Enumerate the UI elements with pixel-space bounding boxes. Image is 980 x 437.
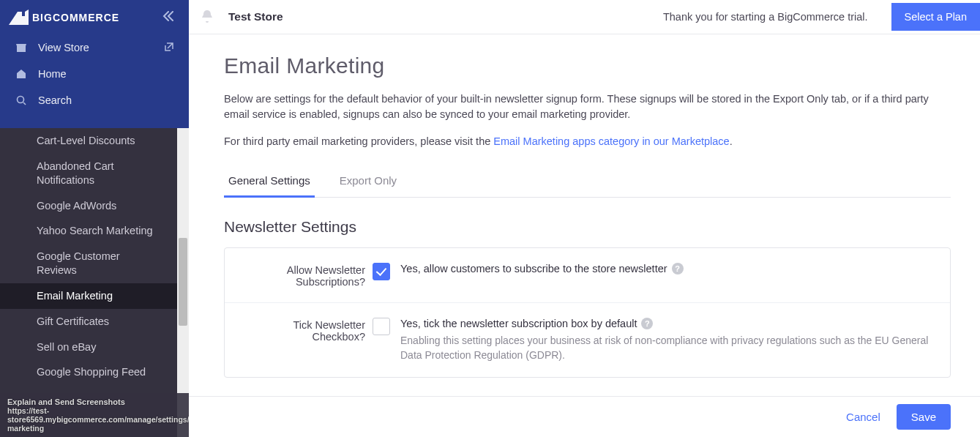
field-text: Yes, allow customers to subscribe to the… bbox=[400, 263, 667, 274]
sidebar-item[interactable]: Google Shopping Feed bbox=[0, 359, 177, 385]
field-label: Allow Newsletter Subscriptions? bbox=[245, 263, 365, 288]
field-description: Enabling this setting places your busine… bbox=[400, 334, 929, 362]
home-icon bbox=[15, 68, 28, 80]
storefront-icon bbox=[15, 42, 28, 53]
search-input[interactable] bbox=[38, 94, 155, 106]
field-tick-checkbox: Tick Newsletter Checkbox? Yes, tick the … bbox=[225, 302, 950, 377]
overlay-line1: Explain and Send Screenshots bbox=[7, 397, 182, 406]
tab-general-settings[interactable]: General Settings bbox=[224, 167, 315, 198]
sidebar-header: BIGCOMMERCE View Store Home bbox=[0, 0, 189, 128]
intro-paragraph-1: Below are settings for the default behav… bbox=[224, 91, 951, 122]
svg-point-0 bbox=[18, 97, 24, 103]
chevron-double-left-icon bbox=[162, 11, 174, 21]
overlay-tooltip: Explain and Send Screenshots https://tes… bbox=[0, 393, 189, 437]
field-label: Tick Newsletter Checkbox? bbox=[245, 318, 365, 362]
secondary-nav: Cart-Level DiscountsAbandoned Cart Notif… bbox=[0, 128, 177, 385]
sidebar: BIGCOMMERCE View Store Home Cart-L bbox=[0, 0, 189, 437]
store-name: Test Store bbox=[228, 10, 283, 23]
allow-subscriptions-checkbox[interactable] bbox=[373, 263, 390, 280]
marketplace-link[interactable]: Email Marketing apps category in our Mar… bbox=[493, 135, 729, 147]
scrollbar-thumb[interactable] bbox=[179, 238, 187, 326]
sidebar-scroll: Cart-Level DiscountsAbandoned Cart Notif… bbox=[0, 128, 189, 437]
section-title: Newsletter Settings bbox=[224, 218, 951, 236]
primary-nav: View Store Home bbox=[0, 34, 189, 113]
sidebar-item[interactable]: Cart-Level Discounts bbox=[0, 128, 177, 154]
brand-logo[interactable]: BIGCOMMERCE bbox=[9, 10, 119, 26]
topbar: Test Store Thank you for starting a BigC… bbox=[189, 0, 980, 34]
intro-paragraph-2: For third party email marketing provider… bbox=[224, 134, 951, 149]
newsletter-settings-panel: Allow Newsletter Subscriptions? Yes, all… bbox=[224, 247, 951, 378]
sidebar-item[interactable]: Abandoned Cart Notifications bbox=[0, 154, 177, 193]
field-allow-subscriptions: Allow Newsletter Subscriptions? Yes, all… bbox=[225, 248, 950, 302]
external-link-icon bbox=[164, 42, 174, 54]
content: Email Marketing Below are settings for t… bbox=[189, 34, 980, 437]
cancel-button[interactable]: Cancel bbox=[846, 411, 880, 423]
tab-export-only[interactable]: Export Only bbox=[335, 167, 401, 197]
nav-home[interactable]: Home bbox=[0, 61, 189, 87]
logo-row: BIGCOMMERCE bbox=[0, 0, 189, 34]
sidebar-item[interactable]: Email Marketing bbox=[0, 283, 177, 309]
footer-bar: Cancel Save bbox=[189, 396, 980, 437]
page-title: Email Marketing bbox=[224, 53, 951, 78]
sidebar-item[interactable]: Gift Certificates bbox=[0, 309, 177, 335]
help-icon[interactable]: ? bbox=[641, 318, 653, 329]
overlay-line2: https://test-store6569.mybigcommerce.com… bbox=[7, 406, 182, 433]
tick-newsletter-checkbox[interactable] bbox=[373, 318, 390, 335]
help-icon[interactable]: ? bbox=[672, 263, 684, 274]
intro2-suffix: . bbox=[730, 135, 733, 147]
collapse-sidebar-button[interactable] bbox=[162, 11, 174, 23]
scrollbar-track[interactable] bbox=[177, 128, 189, 437]
intro2-prefix: For third party email marketing provider… bbox=[224, 135, 493, 147]
nav-search[interactable] bbox=[0, 87, 189, 113]
tabs: General Settings Export Only bbox=[224, 167, 951, 198]
bigcommerce-logo-icon bbox=[9, 10, 29, 26]
sidebar-item[interactable]: Sell on eBay bbox=[0, 335, 177, 360]
nav-view-store[interactable]: View Store bbox=[0, 34, 189, 61]
search-icon bbox=[15, 94, 28, 106]
sidebar-item[interactable]: Google AdWords bbox=[0, 193, 177, 219]
nav-label: Home bbox=[38, 68, 67, 80]
sidebar-item[interactable]: Google Customer Reviews bbox=[0, 244, 177, 283]
save-button[interactable]: Save bbox=[897, 404, 951, 430]
select-plan-button[interactable]: Select a Plan bbox=[891, 3, 980, 31]
trial-message: Thank you for starting a BigCommerce tri… bbox=[663, 11, 868, 23]
nav-label: View Store bbox=[38, 42, 89, 53]
sidebar-item[interactable]: Yahoo Search Marketing bbox=[0, 218, 177, 244]
notifications-icon[interactable] bbox=[199, 8, 215, 26]
main: Test Store Thank you for starting a BigC… bbox=[189, 0, 980, 437]
brand-name: BIGCOMMERCE bbox=[32, 12, 119, 23]
field-text: Yes, tick the newsletter subscription bo… bbox=[400, 318, 637, 329]
